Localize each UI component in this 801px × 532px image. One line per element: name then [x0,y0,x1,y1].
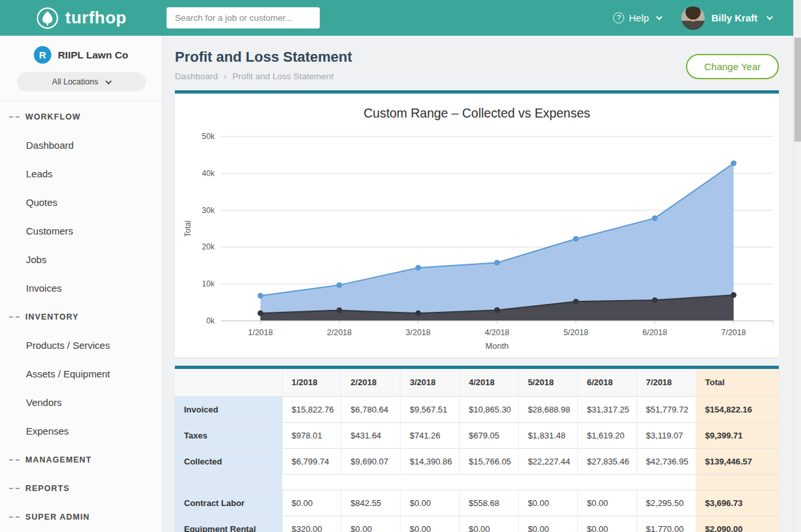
help-icon: ? [613,12,624,23]
table-row-collected: Collected$6,799.74$9,690.07$14,390.86$15… [175,448,779,474]
svg-text:40k: 40k [202,169,215,178]
cell-value: $0.00 [282,490,341,516]
cell-value: $978.01 [282,422,341,448]
svg-text:2/2018: 2/2018 [327,328,352,337]
sidebar-item-vendors[interactable]: Vendors [0,388,162,417]
breadcrumb-separator-icon: › [224,71,227,81]
cell-value: $320.00 [282,516,341,532]
section-dash-icon [9,316,20,318]
column-header-total: Total [696,369,779,396]
cell-value: $2,295.50 [637,490,696,516]
cell-value: $31,317.25 [577,396,637,422]
section-dash-icon [9,488,20,489]
cell-value: $0.00 [400,516,460,532]
row-label: Taxes [175,422,282,448]
scrollbar-thumb[interactable] [794,38,801,142]
sidebar-item-leads[interactable]: Leads [0,160,162,188]
row-label: Collected [175,448,282,474]
chevron-down-icon [105,78,112,84]
sidebar-item-jobs[interactable]: Jobs [0,246,162,274]
company-selector[interactable]: R RIIPL Lawn Co [10,46,151,64]
sidebar-item-assets-equipment[interactable]: Assets / Equipment [0,360,162,388]
help-menu[interactable]: ? Help [613,12,661,23]
cell-value: $431.64 [341,422,400,448]
cell-value: $0.00 [577,490,637,516]
cell-value: $0.00 [460,516,519,532]
spacer-total-cell [696,474,779,490]
main-content: Profit and Loss Statement Dashboard › Pr… [163,36,801,532]
user-name: Billy Kraft [711,12,757,23]
locations-label: All Locations [52,77,98,86]
cell-value: $0.00 [518,490,577,516]
breadcrumb-current: Profit and Loss Statement [233,71,334,81]
svg-text:7/2018: 7/2018 [721,328,746,337]
section-dash-icon [9,116,20,118]
sidebar: R RIIPL Lawn Co All Locations WORKFLOWDa… [0,36,163,532]
svg-text:Custom Range – Collected vs Ex: Custom Range – Collected vs Expenses [363,106,590,120]
locations-dropdown[interactable]: All Locations [17,72,146,92]
company-name: RIIPL Lawn Co [58,49,128,61]
sidebar-section-reports[interactable]: REPORTS [0,474,162,503]
sidebar-item-dashboard[interactable]: Dashboard [0,131,162,160]
cell-value: $0.00 [400,490,460,516]
cell-value: $28,688.98 [518,396,577,422]
svg-text:30k: 30k [202,206,215,215]
breadcrumb-dashboard[interactable]: Dashboard [175,71,218,81]
row-label: Equipment Rental [175,516,282,532]
vertical-scrollbar[interactable] [793,0,801,532]
cell-value: $6,799.74 [282,448,341,474]
spacer-cell [282,474,696,490]
cell-value: $842.55 [341,490,400,516]
section-label: SUPER ADMIN [25,513,90,522]
row-total: $154,822.16 [696,396,779,422]
spacer-label-cell [175,474,282,490]
cell-value: $679.05 [460,422,519,448]
cell-value: $27,835.46 [577,448,637,474]
chevron-down-icon [656,14,663,20]
svg-text:10k: 10k [202,279,215,288]
cell-value: $1,831.48 [518,422,577,448]
row-label: Contract Labor [175,490,282,516]
sidebar-nav: WORKFLOWDashboardLeadsQuotesCustomersJob… [0,101,162,531]
section-label: REPORTS [25,484,70,493]
change-year-button[interactable]: Change Year [686,54,779,79]
column-header-empty [175,369,282,396]
svg-text:5/2018: 5/2018 [564,328,588,337]
help-label: Help [629,12,649,23]
row-total: $3,696.73 [696,490,779,516]
user-menu[interactable]: Billy Kraft [681,6,771,30]
search-input[interactable] [166,7,320,29]
breadcrumb: Dashboard › Profit and Loss Statement [175,71,352,81]
table-card: 1/20182/20183/20184/20185/20186/20187/20… [175,366,779,532]
sidebar-item-invoices[interactable]: Invoices [0,274,162,303]
company-block: R RIIPL Lawn Co All Locations [0,36,162,101]
table-row-taxes: Taxes$978.01$431.64$741.26$679.05$1,831.… [175,422,779,448]
sidebar-section-workflow[interactable]: WORKFLOW [0,103,162,131]
cell-value: $51,779.72 [637,396,696,422]
pl-table: 1/20182/20183/20184/20185/20186/20187/20… [175,369,779,532]
section-dash-icon [9,459,20,461]
brand[interactable]: turfhop [0,6,163,30]
svg-text:1/2018: 1/2018 [248,328,273,337]
table-header-row: 1/20182/20183/20184/20185/20186/20187/20… [175,369,779,396]
column-header-6-2018: 6/2018 [577,369,637,396]
section-dash-icon [9,516,20,518]
cell-value: $9,690.07 [341,448,400,474]
company-logo: R [34,46,51,64]
sidebar-section-inventory[interactable]: INVENTORY [0,303,162,331]
svg-text:20k: 20k [202,242,215,251]
table-row-invoiced: Invoiced$15,822.76$6,780.64$9,567.51$10,… [175,396,779,422]
sidebar-section-management[interactable]: MANAGEMENT [0,446,162,474]
chevron-down-icon [767,14,773,20]
cell-value: $0.00 [341,516,400,532]
section-label: MANAGEMENT [25,455,92,464]
table-row-contract-labor: Contract Labor$0.00$842.55$0.00$558.68$0… [175,490,779,516]
sidebar-item-expenses[interactable]: Expenses [0,417,162,446]
row-total: $9,399.71 [696,422,779,448]
sidebar-section-super-admin[interactable]: SUPER ADMIN [0,503,162,531]
sidebar-item-quotes[interactable]: Quotes [0,188,162,217]
section-label: WORKFLOW [25,112,81,121]
sidebar-item-products-services[interactable]: Products / Services [0,331,162,360]
cell-value: $0.00 [518,516,577,532]
sidebar-item-customers[interactable]: Customers [0,217,162,246]
